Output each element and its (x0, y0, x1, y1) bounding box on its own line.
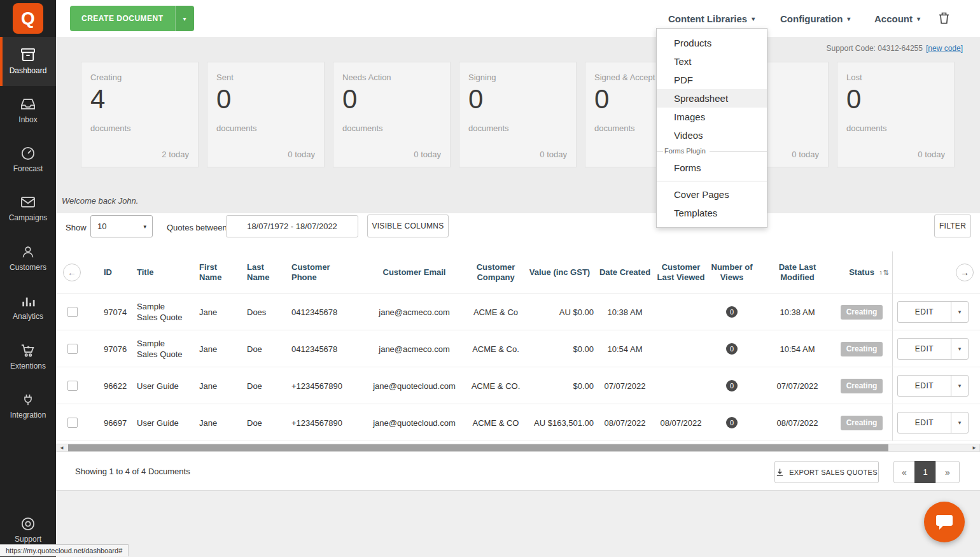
column-header-id[interactable]: ID (104, 251, 134, 293)
cell-last-viewed: 08/07/2022 (653, 404, 709, 441)
cell-phone: +1234567890 (291, 367, 351, 404)
sidebar-item-extentions[interactable]: Extentions (0, 332, 56, 381)
previous-page-button[interactable]: « (893, 461, 915, 483)
column-header-last-viewed[interactable]: Customer Last Viewed (653, 251, 709, 293)
sidebar-item-campaigns[interactable]: Campaigns (0, 184, 56, 233)
stat-card-signing[interactable]: Signing 0 documents 0 today (459, 62, 577, 167)
cell-company: ACME & CO (466, 404, 526, 441)
cell-date-modified: 07/07/2022 (767, 367, 827, 404)
current-page-button[interactable]: 1 (914, 461, 936, 483)
views-count-badge: 0 (726, 380, 738, 391)
cell-title: User Guide (137, 404, 188, 441)
edit-button[interactable]: EDIT▾ (897, 338, 969, 360)
showing-summary: Showing 1 to 4 of 4 Documents (75, 467, 190, 476)
status-badge: Creating (841, 342, 883, 356)
menu-item-templates[interactable]: Templates (657, 204, 767, 222)
trash-button[interactable] (939, 12, 949, 26)
scroll-right-arrow[interactable]: ► (972, 444, 977, 451)
cell-company: ACME & Co. (466, 330, 526, 367)
scroll-columns-right-button[interactable]: → (956, 264, 974, 281)
menu-item-pdf[interactable]: PDF (657, 71, 767, 89)
pagination: « 1 » (893, 461, 960, 483)
forms-plugin-section: Forms Plugin (657, 146, 767, 157)
cell-value: AU $0.00 (526, 293, 594, 330)
table-row: 96622 User Guide Jane Doe +1234567890 ja… (56, 367, 980, 404)
bottom-band (56, 490, 980, 557)
show-select[interactable]: 10 ▾ (90, 215, 153, 237)
trash-icon (939, 12, 949, 24)
menu-item-spreadsheet[interactable]: Spreadsheet (657, 89, 767, 108)
row-checkbox[interactable] (67, 381, 78, 391)
column-header-date-created[interactable]: Date Created (597, 251, 653, 293)
chevron-down-icon[interactable]: ▾ (951, 302, 968, 322)
cell-value: $0.00 (526, 330, 594, 367)
column-header-first-name[interactable]: First Name (199, 251, 237, 293)
sidebar-item-dashboard[interactable]: Dashboard (0, 37, 56, 86)
menu-item-products[interactable]: Products (657, 34, 767, 52)
cell-first-name: Jane (199, 293, 237, 330)
content-libraries-menu: Products Text PDF Spreadsheet Images Vid… (656, 28, 767, 228)
cell-last-viewed (653, 293, 709, 330)
sidebar-item-forecast[interactable]: Forecast (0, 135, 56, 184)
edit-button[interactable]: EDIT▾ (897, 301, 969, 323)
cell-title: Sample Sales Quote (137, 330, 188, 367)
new-code-link[interactable]: [new code] (926, 44, 963, 53)
stat-card-sent[interactable]: Sent 0 documents 0 today (207, 62, 325, 167)
cell-last-viewed (653, 330, 709, 367)
support-icon (21, 517, 35, 531)
nav-account[interactable]: Account ▾ (874, 0, 920, 37)
menu-item-text[interactable]: Text (657, 52, 767, 71)
status-badge: Creating (841, 379, 883, 393)
chevron-down-icon[interactable]: ▾ (951, 376, 968, 396)
column-header-date-modified[interactable]: Date Last Modified (767, 251, 827, 293)
column-header-customer-phone[interactable]: Customer Phone (291, 251, 351, 293)
row-checkbox[interactable] (67, 307, 78, 317)
export-sales-quotes-button[interactable]: EXPORT SALES QUOTES (774, 461, 879, 483)
menu-item-images[interactable]: Images (657, 108, 767, 126)
sidebar-item-integration[interactable]: Integration (0, 381, 56, 430)
stat-card-creating[interactable]: Creating 4 documents 2 today (81, 62, 199, 167)
column-header-title[interactable]: Title (137, 251, 188, 293)
app-logo[interactable]: Q (13, 3, 43, 34)
column-header-customer-email[interactable]: Customer Email (367, 251, 462, 293)
cell-email: jane@quotecloud.com (367, 404, 462, 441)
horizontal-scrollbar[interactable]: ◄ ► (56, 444, 980, 452)
row-checkbox[interactable] (67, 344, 78, 354)
sidebar-item-inbox[interactable]: Inbox (0, 86, 56, 135)
create-document-button[interactable]: CREATE DOCUMENT ▾ (70, 6, 194, 31)
cell-email: jane@acmeco.com (367, 293, 462, 330)
nav-configuration[interactable]: Configuration ▾ (780, 0, 850, 37)
filter-button[interactable]: FILTER (934, 215, 971, 237)
stat-card-lost[interactable]: Lost 0 documents 0 today (837, 62, 955, 167)
stat-card-needs-action[interactable]: Needs Action 0 documents 0 today (333, 62, 451, 167)
menu-item-cover-pages[interactable]: Cover Pages (657, 185, 767, 204)
sidebar-item-analytics[interactable]: Analytics (0, 283, 56, 332)
date-range-input[interactable] (226, 215, 358, 237)
column-header-value[interactable]: Value (inc GST) (526, 251, 594, 293)
chat-widget-button[interactable] (924, 502, 965, 542)
edit-button[interactable]: EDIT▾ (897, 375, 969, 397)
chevron-down-icon[interactable]: ▾ (951, 412, 968, 433)
column-header-last-name[interactable]: Last Name (247, 251, 283, 293)
chevron-down-icon[interactable]: ▾ (951, 339, 968, 359)
views-count-badge: 0 (726, 343, 738, 355)
cell-first-name: Jane (199, 367, 237, 404)
edit-button[interactable]: EDIT▾ (897, 412, 969, 434)
next-page-button[interactable]: » (935, 461, 960, 483)
chevron-down-icon[interactable]: ▾ (175, 6, 194, 31)
cell-phone: 0412345678 (291, 330, 351, 367)
support-code-text: Support Code: 04312-64255 (827, 44, 923, 53)
chevron-down-icon: ▾ (847, 15, 850, 22)
menu-item-forms[interactable]: Forms (657, 159, 767, 177)
row-checkbox[interactable] (67, 418, 78, 428)
cell-title: Sample Sales Quote (137, 293, 188, 330)
status-sort-icon[interactable]: 1⇅ (879, 251, 889, 293)
scrollbar-thumb[interactable] (68, 444, 888, 451)
sidebar-item-customers[interactable]: Customers (0, 234, 56, 283)
visible-columns-button[interactable]: VISIBLE COLUMNS (367, 215, 449, 237)
scroll-left-arrow[interactable]: ◄ (59, 444, 64, 451)
menu-item-videos[interactable]: Videos (657, 126, 767, 145)
column-header-customer-company[interactable]: Customer Company (466, 251, 526, 293)
column-header-number-of-views[interactable]: Number of Views (706, 251, 757, 293)
scroll-columns-left-button[interactable]: ← (63, 264, 81, 281)
